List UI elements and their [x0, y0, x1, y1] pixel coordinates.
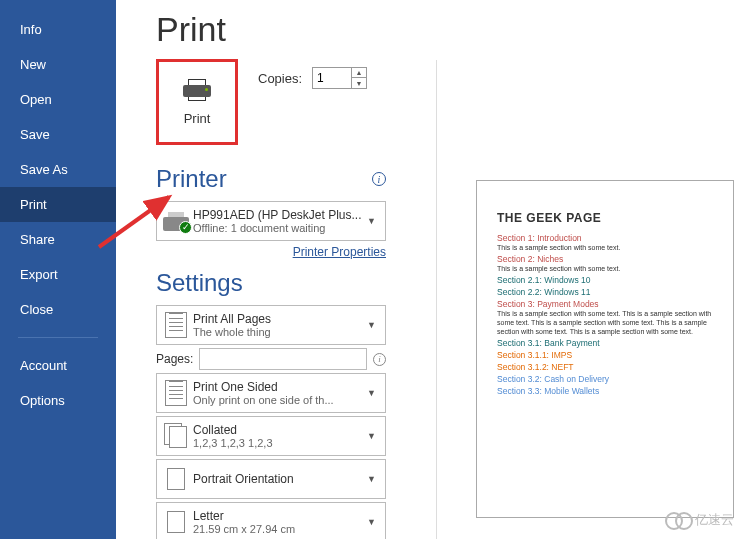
divider — [18, 337, 98, 338]
sidebar-item-info[interactable]: Info — [0, 12, 116, 47]
copies-up-icon[interactable]: ▲ — [352, 68, 366, 78]
sides-icon — [165, 380, 187, 406]
printer-properties-link[interactable]: Printer Properties — [156, 245, 386, 259]
watermark-icon — [665, 512, 691, 528]
preview-section-text: This is a sample section with some text.… — [497, 309, 713, 336]
preview-section-heading: Section 3.1: Bank Payment — [497, 338, 713, 348]
info-icon[interactable]: i — [373, 353, 386, 366]
printer-status: Offline: 1 document waiting — [193, 222, 367, 234]
print-button-label: Print — [184, 111, 211, 126]
sidebar-item-close[interactable]: Close — [0, 292, 116, 327]
chevron-down-icon: ▼ — [367, 431, 383, 441]
pages-input[interactable] — [199, 348, 367, 370]
sidebar-item-save[interactable]: Save — [0, 117, 116, 152]
copies-label: Copies: — [258, 71, 302, 86]
collate-selector[interactable]: Collated 1,2,3 1,2,3 1,2,3 ▼ — [156, 416, 386, 456]
paper-selector[interactable]: Letter 21.59 cm x 27.94 cm ▼ — [156, 502, 386, 539]
printer-heading: Printer i — [156, 165, 386, 193]
preview-section-heading: Section 3.3: Mobile Wallets — [497, 386, 713, 396]
pages-icon — [165, 312, 187, 338]
preview-section-heading: Section 2.2: Windows 11 — [497, 287, 713, 297]
sides-selector[interactable]: Print One Sided Only print on one side o… — [156, 373, 386, 413]
preview-section-heading: Section 3.2: Cash on Delivery — [497, 374, 713, 384]
preview-section-heading: Section 3.1.2: NEFT — [497, 362, 713, 372]
chevron-down-icon: ▼ — [367, 474, 383, 484]
chevron-down-icon: ▼ — [367, 517, 383, 527]
paper-icon — [167, 511, 185, 533]
sidebar-item-options[interactable]: Options — [0, 383, 116, 418]
chevron-down-icon: ▼ — [367, 320, 383, 330]
preview-section-heading: Section 3.1.1: IMPS — [497, 350, 713, 360]
sidebar-item-export[interactable]: Export — [0, 257, 116, 292]
preview-section-text: This is a sample section with some text. — [497, 243, 713, 252]
sidebar-item-new[interactable]: New — [0, 47, 116, 82]
preview-section-heading: Section 1: Introduction — [497, 233, 713, 243]
preview-section-heading: Section 2: Niches — [497, 254, 713, 264]
preview-section-heading: Section 3: Payment Modes — [497, 299, 713, 309]
printer-selector[interactable]: ✓ HP991AED (HP DeskJet Plus... Offline: … — [156, 201, 386, 241]
print-button[interactable]: Print — [183, 79, 211, 126]
copies-input[interactable] — [313, 69, 351, 87]
collate-icon — [164, 423, 188, 449]
printer-name: HP991AED (HP DeskJet Plus... — [193, 208, 367, 222]
print-preview: THE GEEK PAGE Section 1: IntroductionThi… — [476, 180, 734, 518]
copies-spinner[interactable]: ▲ ▼ — [312, 67, 367, 89]
sidebar-item-open[interactable]: Open — [0, 82, 116, 117]
sidebar-item-save-as[interactable]: Save As — [0, 152, 116, 187]
printer-status-icon: ✓ — [163, 212, 189, 231]
pages-label: Pages: — [156, 352, 193, 366]
preview-doc-title: THE GEEK PAGE — [497, 211, 713, 225]
chevron-down-icon: ▼ — [367, 216, 383, 226]
preview-section-text: This is a sample section with some text. — [497, 264, 713, 273]
divider — [436, 60, 437, 539]
printer-icon — [183, 79, 211, 103]
watermark: 亿速云 — [665, 511, 734, 529]
preview-section-heading: Section 2.1: Windows 10 — [497, 275, 713, 285]
sidebar-item-share[interactable]: Share — [0, 222, 116, 257]
orientation-selector[interactable]: Portrait Orientation ▼ — [156, 459, 386, 499]
backstage-sidebar: InfoNewOpenSaveSave AsPrintShareExportCl… — [0, 0, 116, 539]
info-icon[interactable]: i — [372, 172, 386, 186]
sidebar-item-account[interactable]: Account — [0, 348, 116, 383]
chevron-down-icon: ▼ — [367, 388, 383, 398]
copies-down-icon[interactable]: ▼ — [352, 78, 366, 88]
page-title: Print — [156, 10, 724, 49]
print-pages-selector[interactable]: Print All Pages The whole thing ▼ — [156, 305, 386, 345]
print-button-highlight: Print — [156, 59, 238, 145]
orientation-icon — [167, 468, 185, 490]
sidebar-item-print[interactable]: Print — [0, 187, 116, 222]
